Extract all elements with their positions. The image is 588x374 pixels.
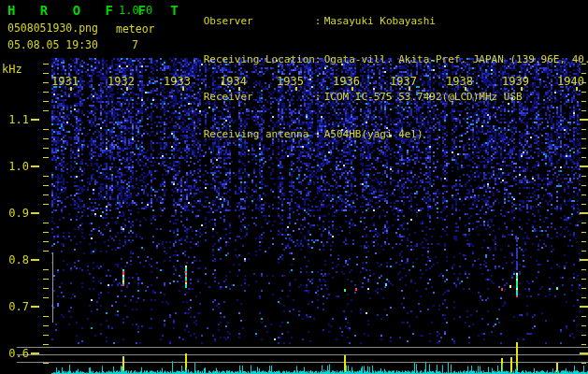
info-separator: :	[315, 15, 324, 27]
app-version: 1.0.0	[119, 4, 152, 17]
output-filename: 0508051930.png	[7, 22, 98, 35]
freq-tick-label: 0.7	[0, 300, 29, 313]
time-tick-label: 1934	[220, 75, 247, 88]
hrofft-screen: H R O F F T 1.0.0 0508051930.png meteor …	[0, 0, 588, 374]
time-tick-label: 1940	[557, 75, 584, 88]
time-tick-label: 1937	[390, 75, 417, 88]
freq-axis-unit: kHz	[2, 63, 22, 76]
info-label: Receiver	[204, 91, 315, 103]
info-label: Receiving Location	[204, 53, 315, 65]
info-label: Receiving antenna	[204, 128, 315, 140]
info-value: ICOM IC-575 53.7492(@LCD)MHz USB	[324, 91, 523, 103]
info-value: Ogata-vill. Akita-Pref. JAPAN (139.96E, …	[324, 53, 588, 65]
info-label: Observer	[204, 15, 315, 27]
info-separator: :	[315, 91, 324, 103]
app-title: H R O F F T	[7, 3, 187, 18]
freq-tick-label: 0.6	[0, 347, 29, 360]
time-tick-label: 1933	[164, 75, 191, 88]
time-tick-label: 1939	[502, 75, 529, 88]
meteor-count: 7	[132, 38, 138, 51]
info-separator: :	[315, 128, 324, 140]
info-separator: :	[315, 53, 324, 65]
mode-label: meteor	[116, 22, 155, 36]
time-tick-label: 1931	[51, 75, 79, 88]
time-tick-label: 1935	[277, 75, 304, 88]
freq-tick-label: 1.1	[0, 113, 29, 126]
time-tick-label: 1932	[108, 75, 135, 88]
info-row-antenna: Receiving antenna:A504HB(yagi 4el)	[166, 116, 588, 153]
time-tick-label: 1938	[446, 75, 473, 88]
info-value: A504HB(yagi 4el)	[324, 128, 423, 140]
freq-tick-label: 1.0	[0, 160, 29, 173]
freq-tick-label: 0.9	[0, 207, 29, 220]
freq-tick-label: 0.8	[0, 253, 29, 266]
time-tick-label: 1936	[333, 75, 360, 88]
info-value: Masayuki Kobayashi	[324, 15, 436, 27]
info-row-observer: Observer:Masayuki Kobayashi	[166, 3, 588, 40]
info-row-location: Receiving Location:Ogata-vill. Akita-Pre…	[166, 40, 588, 78]
observation-datetime: 05.08.05 19:30	[7, 38, 98, 51]
